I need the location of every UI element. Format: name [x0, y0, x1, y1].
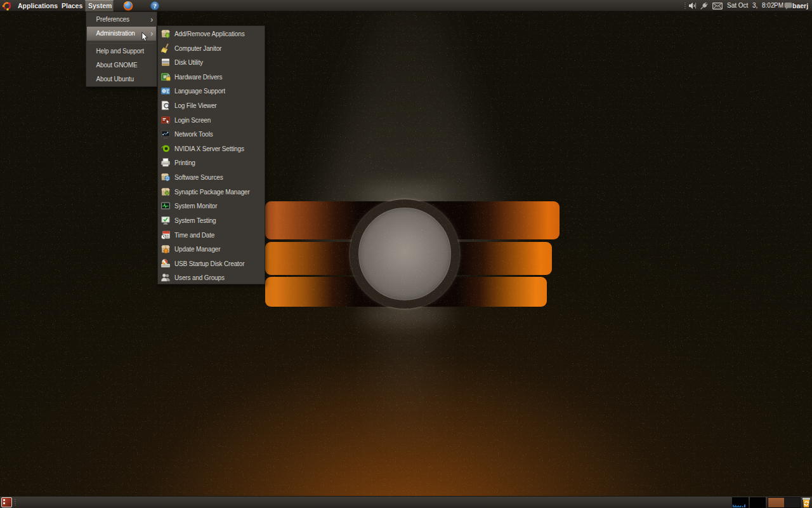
- svg-text:?: ?: [153, 3, 156, 10]
